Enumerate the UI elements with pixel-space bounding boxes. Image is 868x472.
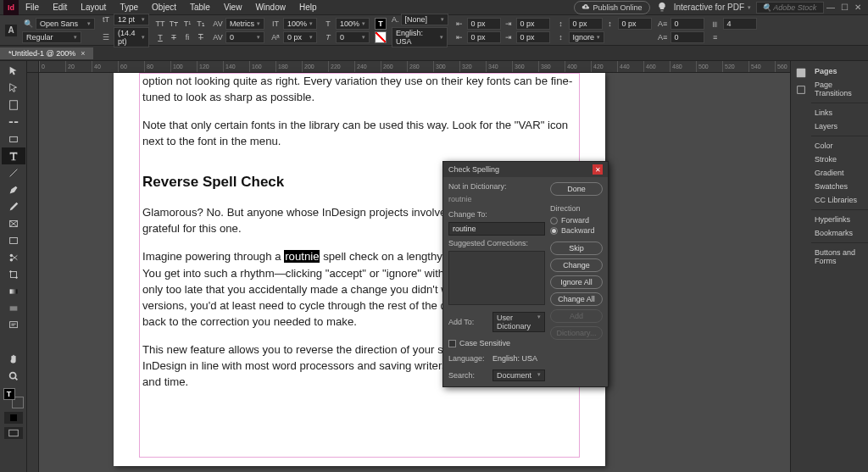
- pencil-tool[interactable]: [2, 198, 25, 215]
- panel-buttons-forms[interactable]: Buttons and Forms: [811, 246, 868, 268]
- left-indent-input[interactable]: 0 px: [467, 18, 501, 30]
- menu-layout[interactable]: Layout: [74, 3, 113, 12]
- panel-stroke[interactable]: Stroke: [811, 153, 868, 166]
- free-transform-tool[interactable]: [2, 266, 25, 283]
- case-sensitive-checkbox[interactable]: Case Sensitive: [448, 339, 545, 347]
- direction-backward-radio[interactable]: Backward: [550, 226, 603, 235]
- gap-tool[interactable]: [2, 114, 25, 130]
- rectangle-tool[interactable]: [2, 232, 25, 249]
- panel-pages[interactable]: Pages: [811, 64, 868, 78]
- rectangle-frame-tool[interactable]: [2, 215, 25, 232]
- panel-bookmarks[interactable]: Bookmarks: [811, 226, 868, 240]
- menu-help[interactable]: Help: [292, 3, 324, 12]
- misspelled-word[interactable]: routnie: [284, 250, 320, 263]
- window-minimize-button[interactable]: —: [824, 3, 837, 12]
- selection-tool[interactable]: [2, 63, 25, 80]
- dropcap-chars-input[interactable]: 0: [670, 31, 704, 43]
- strikethrough-icon[interactable]: T: [168, 31, 180, 43]
- panel-hyperlinks[interactable]: Hyperlinks: [811, 213, 868, 226]
- window-close-button[interactable]: ✕: [851, 3, 865, 12]
- dropcap-lines-input[interactable]: 0: [670, 18, 704, 30]
- note-tool[interactable]: [2, 317, 25, 334]
- stroke-swatch[interactable]: [375, 31, 387, 43]
- ruler-origin[interactable]: [27, 61, 39, 73]
- done-button[interactable]: Done: [550, 182, 603, 196]
- firstline-indent-input[interactable]: 0 px: [467, 31, 501, 43]
- zoom-tool[interactable]: [2, 368, 25, 385]
- screen-mode-button[interactable]: [4, 427, 23, 439]
- space-before-input[interactable]: 0 px: [569, 18, 603, 30]
- vertical-scale-input[interactable]: 100%▾: [283, 18, 317, 30]
- fill-swatch[interactable]: T: [375, 18, 387, 30]
- body-text[interactable]: Note that only certain fonts in the libr…: [142, 117, 576, 149]
- workspace-switcher[interactable]: Interactive for PDF ▾: [674, 3, 751, 12]
- hand-tool[interactable]: [2, 351, 25, 368]
- panel-page-transitions[interactable]: Page Transitions: [811, 78, 868, 100]
- columns-input[interactable]: 4: [723, 18, 757, 30]
- eyedropper-tool[interactable]: [2, 334, 25, 351]
- horizontal-scale-input[interactable]: 100%▾: [336, 18, 370, 30]
- panel-links[interactable]: Links: [811, 106, 868, 119]
- pen-tool[interactable]: [2, 181, 25, 198]
- page-tool[interactable]: [2, 97, 25, 114]
- panel-swatches[interactable]: Swatches: [811, 180, 868, 193]
- vertical-ruler[interactable]: [27, 73, 39, 472]
- font-style-select[interactable]: Regular▾: [22, 31, 81, 43]
- panel-color[interactable]: Color: [811, 139, 868, 153]
- panel-cc-libraries[interactable]: CC Libraries: [811, 193, 868, 207]
- close-tab-icon[interactable]: ×: [81, 49, 85, 58]
- direct-selection-tool[interactable]: [2, 80, 25, 97]
- skew-input[interactable]: 0▾: [336, 31, 370, 43]
- skip-button[interactable]: Skip: [550, 242, 603, 255]
- dialog-close-button[interactable]: ✕: [593, 164, 603, 175]
- para-settings-icon[interactable]: ≡: [709, 31, 721, 43]
- menu-view[interactable]: View: [217, 3, 249, 12]
- char-format-icon[interactable]: A: [5, 25, 17, 36]
- superscript-icon[interactable]: T¹: [181, 18, 193, 30]
- line-tool[interactable]: [2, 164, 25, 181]
- baseline-shift-input[interactable]: 0 px▾: [283, 31, 317, 43]
- menu-window[interactable]: Window: [248, 3, 292, 12]
- font-family-select[interactable]: Open Sans▾: [36, 18, 95, 30]
- lastline-indent-input[interactable]: 0 px: [516, 31, 550, 43]
- change-to-input[interactable]: routine: [448, 222, 545, 236]
- subscript-icon[interactable]: T₁: [195, 18, 207, 30]
- leading-input[interactable]: (14.4 pt)▾: [114, 27, 149, 47]
- publish-online-button[interactable]: Publish Online: [574, 1, 650, 14]
- change-button[interactable]: Change: [550, 258, 603, 272]
- menu-file[interactable]: File: [19, 3, 46, 12]
- no-break-icon[interactable]: T̶: [195, 31, 207, 43]
- dialog-titlebar[interactable]: Check Spelling ✕: [443, 162, 608, 177]
- allcaps-icon[interactable]: TT: [154, 18, 166, 30]
- cc-libraries-icon[interactable]: [793, 81, 810, 98]
- scissors-tool[interactable]: [2, 249, 25, 266]
- type-tool[interactable]: [2, 147, 25, 164]
- menu-object[interactable]: Object: [145, 3, 183, 12]
- gradient-swatch-tool[interactable]: [2, 283, 25, 300]
- menu-edit[interactable]: Edit: [46, 3, 74, 12]
- panel-layers[interactable]: Layers: [811, 119, 868, 133]
- menu-type[interactable]: Type: [113, 3, 145, 12]
- lightbulb-icon[interactable]: [657, 2, 667, 14]
- right-indent-input[interactable]: 0 px: [516, 18, 550, 30]
- fill-stroke-swatches[interactable]: T: [3, 388, 24, 408]
- ignore-all-button[interactable]: Ignore All: [550, 275, 603, 289]
- kerning-select[interactable]: Metrics▾: [225, 18, 264, 30]
- menu-table[interactable]: Table: [183, 3, 217, 12]
- properties-icon[interactable]: [793, 64, 810, 81]
- tracking-input[interactable]: 0▾: [225, 31, 264, 43]
- change-all-button[interactable]: Change All: [550, 292, 603, 306]
- font-size-input[interactable]: 12 pt▾: [114, 14, 149, 25]
- add-to-select[interactable]: User Dictionary▾: [492, 312, 545, 332]
- window-restore-button[interactable]: ☐: [837, 3, 851, 12]
- ligature-icon[interactable]: fi: [181, 31, 193, 43]
- canvas[interactable]: 0204060801001201401601802002202402602803…: [27, 61, 790, 472]
- space-between-input[interactable]: Ignore▾: [569, 31, 604, 43]
- apply-color-button[interactable]: [4, 412, 23, 424]
- suggestions-list[interactable]: [448, 251, 545, 305]
- content-collector-tool[interactable]: [2, 130, 25, 147]
- gradient-feather-tool[interactable]: [2, 300, 25, 317]
- space-after-input[interactable]: 0 px: [618, 18, 652, 30]
- body-text[interactable]: option not looking quite as right. Every…: [142, 73, 576, 105]
- document-tab[interactable]: *Untitled-1 @ 200% ×: [0, 47, 93, 59]
